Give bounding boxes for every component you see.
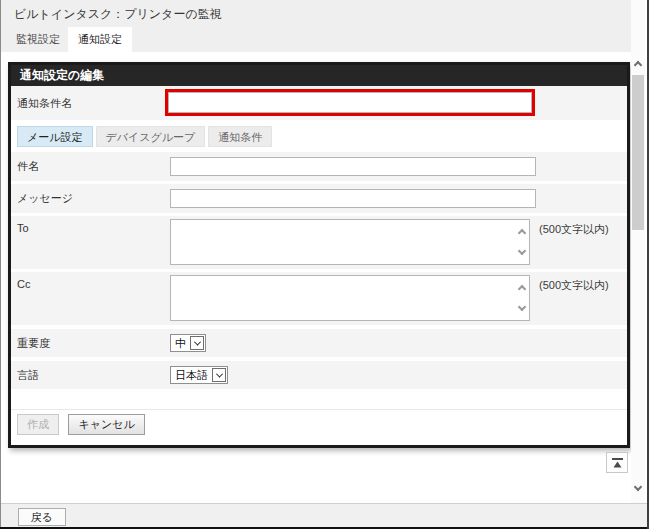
severity-selected-value: 中 <box>171 336 190 351</box>
notification-edit-panel: 通知設定の編集 通知条件名 メール設定 デバイスグループ 通知条件 件名 メッセ… <box>8 62 630 448</box>
language-selected-value: 日本語 <box>171 368 212 383</box>
language-row: 言語 日本語 <box>11 361 627 389</box>
button-row: 作成 キャンセル <box>11 410 627 435</box>
condition-name-row: 通知条件名 <box>11 86 627 120</box>
to-label: To <box>17 222 29 234</box>
tab-notification-settings[interactable]: 通知設定 <box>68 27 132 52</box>
cc-textarea[interactable] <box>171 276 529 320</box>
subtab-notification-condition[interactable]: 通知条件 <box>208 126 272 147</box>
scroll-to-top-icon <box>611 457 624 469</box>
panel-title: 通知設定の編集 <box>11 65 627 86</box>
subject-label: 件名 <box>17 152 39 181</box>
subtab-mail-settings[interactable]: メール設定 <box>17 126 93 147</box>
vertical-scrollbar[interactable] <box>631 0 645 503</box>
subtab-device-group[interactable]: デバイスグループ <box>96 126 206 147</box>
footer-bar: 戻る <box>1 503 647 527</box>
severity-row: 重要度 中 <box>11 329 627 357</box>
page-header: ビルトインタスク：プリンターの監視 監視設定 通知設定 <box>1 0 645 52</box>
page-title: ビルトインタスク：プリンターの監視 <box>14 6 222 23</box>
create-button[interactable]: 作成 <box>17 414 59 435</box>
message-row: メッセージ <box>11 184 627 213</box>
to-row: To (500文字以内) <box>11 216 627 269</box>
to-char-limit-hint: (500文字以内) <box>539 222 609 237</box>
highlight-box <box>165 89 535 116</box>
scrollbar-thumb[interactable] <box>632 75 644 230</box>
chevron-down-icon <box>212 368 226 382</box>
subject-row: 件名 <box>11 152 627 181</box>
chevron-down-icon <box>190 336 204 350</box>
scroll-to-top-button[interactable] <box>606 452 628 473</box>
window-left-border <box>0 0 1 529</box>
subtab-bar: メール設定 デバイスグループ 通知条件 <box>11 120 627 152</box>
cc-label: Cc <box>17 278 30 290</box>
severity-label: 重要度 <box>17 329 50 357</box>
back-button[interactable]: 戻る <box>18 508 66 526</box>
cc-row: Cc (500文字以内) <box>11 272 627 325</box>
cc-char-limit-hint: (500文字以内) <box>539 278 609 293</box>
tab-monitoring-settings[interactable]: 監視設定 <box>8 27 68 52</box>
condition-name-label: 通知条件名 <box>17 86 72 120</box>
severity-select[interactable]: 中 <box>170 334 206 352</box>
message-label: メッセージ <box>17 184 73 213</box>
cc-textarea-frame <box>170 275 530 321</box>
cancel-button[interactable]: キャンセル <box>68 414 144 435</box>
chevron-up-icon[interactable] <box>634 61 642 69</box>
subject-input[interactable] <box>170 157 536 176</box>
to-textarea-frame <box>170 219 530 265</box>
chevron-down-icon[interactable] <box>634 483 642 491</box>
condition-name-input[interactable] <box>168 92 532 113</box>
language-select[interactable]: 日本語 <box>170 366 228 384</box>
app-window: ビルトインタスク：プリンターの監視 監視設定 通知設定 通知設定の編集 通知条件… <box>0 0 649 529</box>
language-label: 言語 <box>17 361 39 389</box>
message-input[interactable] <box>170 189 536 208</box>
to-textarea[interactable] <box>171 220 529 264</box>
